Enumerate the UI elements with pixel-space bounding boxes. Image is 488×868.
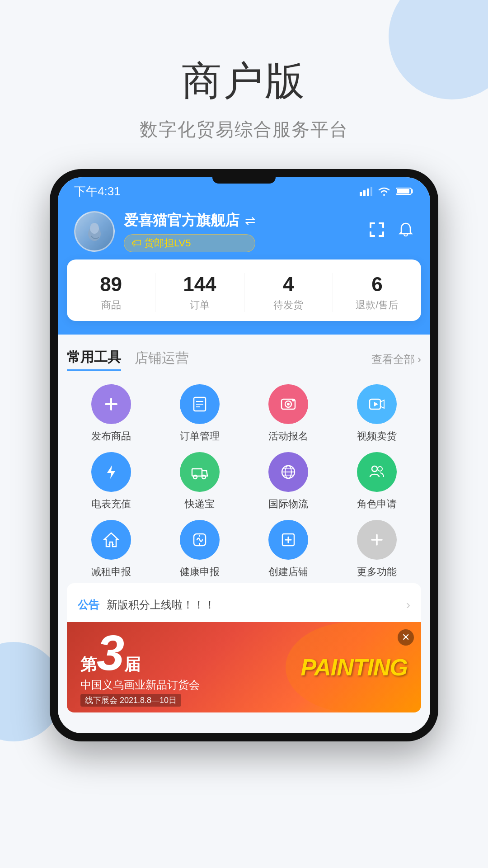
svg-point-24	[287, 403, 290, 406]
main-content: 常用工具 店铺运营 查看全部 ›	[58, 335, 430, 733]
logistics-icon	[268, 452, 308, 492]
stat-products: 89 商品	[67, 273, 155, 312]
app-header: 爱喜猫官方旗舰店 ⇌ 🏷 货郎担LV5	[58, 203, 430, 269]
tool-label: 视频卖货	[357, 429, 397, 443]
store-name-row: 爱喜猫官方旗舰店 ⇌	[124, 211, 255, 231]
svg-rect-2	[367, 189, 369, 196]
tabs-row: 常用工具 店铺运营 查看全部 ›	[67, 348, 421, 371]
create-store-icon	[268, 520, 308, 560]
svg-marker-27	[374, 402, 378, 406]
phone-screen: 下午4:31	[58, 177, 430, 733]
svg-rect-11	[382, 222, 384, 228]
svg-point-37	[372, 466, 377, 472]
svg-rect-3	[371, 187, 372, 196]
notice-section: 公告 新版积分上线啦！！！ › 第 3 届	[67, 583, 421, 712]
tool-electric-recharge[interactable]: 电表充值	[67, 452, 155, 511]
stat-products-number: 89	[67, 273, 155, 296]
switch-icon[interactable]: ⇌	[245, 213, 255, 228]
battery-icon	[396, 187, 414, 196]
tool-label: 创建店铺	[268, 565, 308, 579]
avatar	[74, 211, 115, 252]
video-icon	[357, 384, 397, 424]
publish-icon	[91, 384, 131, 424]
rent-icon	[91, 520, 131, 560]
tool-activity-signup[interactable]: 活动报名	[244, 384, 333, 443]
tab-store-operations[interactable]: 店铺运营	[135, 349, 189, 370]
activity-icon	[268, 384, 308, 424]
banner-title-row: 中国义乌画业新品订货会	[80, 678, 200, 692]
tool-video-sell[interactable]: 视频卖货	[333, 384, 421, 443]
stats-card: 89 商品 144 订单 4 待发货 6 退款/售后	[67, 259, 421, 321]
tool-express[interactable]: 快递宝	[155, 452, 244, 511]
more-icon	[357, 520, 397, 560]
electric-icon	[91, 452, 131, 492]
profile-right	[369, 222, 414, 242]
tool-label: 电表充值	[91, 497, 131, 511]
stat-refund: 6 退款/售后	[333, 273, 421, 312]
view-all-label: 查看全部	[371, 352, 415, 367]
tabs-left: 常用工具 店铺运营	[67, 348, 189, 371]
tool-publish-product[interactable]: 发布商品	[67, 384, 155, 443]
tool-label: 角色申请	[357, 497, 397, 511]
svg-point-31	[202, 475, 206, 479]
svg-marker-28	[107, 465, 115, 479]
tool-label: 订单管理	[180, 429, 220, 443]
svg-rect-0	[360, 192, 362, 196]
stat-refund-number: 6	[333, 273, 421, 296]
svg-point-7	[90, 223, 99, 234]
svg-rect-9	[370, 222, 371, 228]
stat-refund-label: 退款/售后	[356, 299, 398, 311]
svg-rect-29	[192, 469, 202, 476]
svg-rect-5	[397, 189, 409, 193]
store-info: 爱喜猫官方旗舰店 ⇌ 🏷 货郎担LV5	[124, 211, 255, 252]
profile-row: 爱喜猫官方旗舰店 ⇌ 🏷 货郎担LV5	[74, 211, 414, 252]
role-icon	[357, 452, 397, 492]
stat-orders-label: 订单	[190, 299, 210, 311]
express-icon	[180, 452, 220, 492]
stat-pending: 4 待发货	[244, 273, 333, 312]
svg-point-38	[378, 467, 382, 471]
page-title: 商户版	[0, 54, 488, 108]
phone-frame: 下午4:31	[50, 169, 438, 741]
page-header: 商户版 数字化贸易综合服务平台	[0, 0, 488, 169]
tool-label: 减租申报	[91, 565, 131, 579]
tool-more-functions[interactable]: 更多功能	[333, 520, 421, 579]
tool-international-logistics[interactable]: 国际物流	[244, 452, 333, 511]
notice-text: 新版积分上线啦！！！	[107, 598, 406, 612]
level-badge: 🏷 货郎担LV5	[124, 234, 255, 252]
signal-icon	[360, 187, 372, 196]
svg-point-30	[193, 475, 197, 479]
chevron-right-icon: ›	[418, 353, 421, 366]
banner[interactable]: 第 3 届 中国义乌画业新品订货会 线下展会 2021.8.8—10日	[67, 622, 421, 712]
badge-icon: 🏷	[131, 237, 141, 249]
bell-icon[interactable]	[398, 222, 414, 242]
tool-label: 国际物流	[268, 497, 308, 511]
svg-rect-15	[382, 231, 384, 237]
phone-wrapper: 下午4:31	[0, 169, 488, 741]
scan-icon[interactable]	[369, 222, 385, 242]
stat-pending-number: 4	[244, 273, 333, 296]
tools-grid: 发布商品 订单管理	[67, 384, 421, 579]
tool-health-report[interactable]: 健康申报	[155, 520, 244, 579]
notice-tag: 公告	[78, 598, 99, 612]
banner-china-text: 中国义乌画业新品订货会	[80, 678, 200, 692]
tool-role-apply[interactable]: 角色申请	[333, 452, 421, 511]
tool-label: 发布商品	[91, 429, 131, 443]
stat-products-label: 商品	[101, 299, 121, 311]
notice-bar[interactable]: 公告 新版积分上线啦！！！ ›	[67, 588, 421, 622]
banner-close-button[interactable]: ✕	[398, 629, 414, 646]
status-time: 下午4:31	[74, 184, 121, 199]
profile-left: 爱喜猫官方旗舰店 ⇌ 🏷 货郎担LV5	[74, 211, 255, 252]
tool-order-management[interactable]: 订单管理	[155, 384, 244, 443]
tool-rent-reduction[interactable]: 减租申报	[67, 520, 155, 579]
stat-pending-label: 待发货	[273, 299, 303, 311]
tab-common-tools[interactable]: 常用工具	[67, 348, 121, 371]
health-icon	[180, 520, 220, 560]
view-all-button[interactable]: 查看全部 ›	[371, 352, 421, 367]
tool-label: 快递宝	[185, 497, 215, 511]
status-icons	[360, 187, 414, 196]
order-icon	[180, 384, 220, 424]
store-name: 爱喜猫官方旗舰店	[124, 211, 239, 231]
tool-create-store[interactable]: 创建店铺	[244, 520, 333, 579]
stat-orders-number: 144	[155, 273, 244, 296]
